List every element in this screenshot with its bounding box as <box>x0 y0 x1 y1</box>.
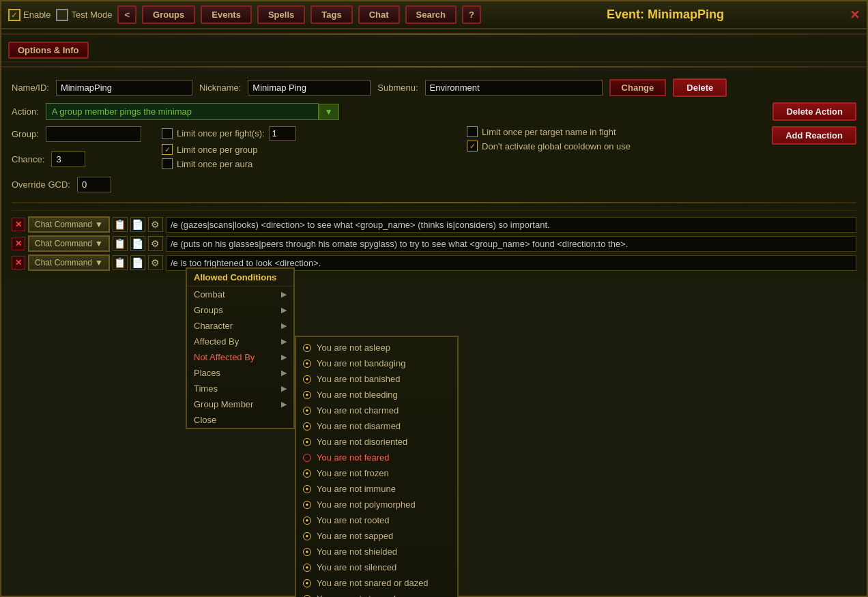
sub-item-not-snared[interactable]: You are not snared or dazed <box>296 575 457 591</box>
remove-command-2-button[interactable]: ✕ <box>12 237 25 250</box>
main-window: ✓ Enable Test Mode < Groups Events Spell… <box>0 0 868 597</box>
testmode-checkbox[interactable] <box>56 9 68 21</box>
context-item-groups[interactable]: Groups ▶ <box>187 302 293 318</box>
sub-item-not-bleeding-radio <box>303 391 311 399</box>
cmd-icon-2a[interactable]: 📋 <box>113 236 128 251</box>
sub-item-not-bandaging[interactable]: You are not bandaging <box>296 355 457 371</box>
groups-button[interactable]: Groups <box>142 5 195 24</box>
context-item-close[interactable]: Close <box>187 412 293 428</box>
cmd-type-1-label: Chat Command <box>35 220 92 229</box>
group-input[interactable] <box>46 126 141 142</box>
context-item-places[interactable]: Places ▶ <box>187 365 293 381</box>
sub-item-not-asleep[interactable]: You are not asleep <box>296 340 457 355</box>
cmd-icon-1c[interactable]: ⚙ <box>148 217 163 232</box>
chance-label: Chance: <box>12 154 44 164</box>
sub-item-not-shielded-label: You are not shielded <box>317 547 397 557</box>
cmd-icon-2b[interactable]: 📄 <box>130 236 145 251</box>
cmd-icon-1b[interactable]: 📄 <box>130 217 145 232</box>
context-item-affected-by-label: Affected By <box>194 336 239 347</box>
top-divider <box>1 33 867 35</box>
sub-item-not-bleeding[interactable]: You are not bleeding <box>296 387 457 403</box>
sub-item-not-charmed[interactable]: You are not charmed <box>296 403 457 418</box>
limit-aura-checkbox[interactable] <box>162 158 173 169</box>
sub-item-not-charmed-label: You are not charmed <box>317 405 399 416</box>
cmd-type-3-button[interactable]: Chat Command ▼ <box>28 254 110 271</box>
remove-command-1-button[interactable]: ✕ <box>12 218 25 231</box>
context-item-group-member[interactable]: Group Member ▶ <box>187 396 293 412</box>
limit-group-check-row: ✓ Limit once per group <box>162 144 453 155</box>
context-item-combat[interactable]: Combat ▶ <box>187 287 293 302</box>
sub-item-not-frozen[interactable]: You are not frozen <box>296 465 457 481</box>
delete-button[interactable]: Delete <box>673 78 727 97</box>
sub-item-not-immune[interactable]: You are not immune <box>296 481 457 497</box>
remove-command-3-button[interactable]: ✕ <box>12 256 25 270</box>
cmd-type-1-button[interactable]: Chat Command ▼ <box>28 216 110 233</box>
sub-item-not-banished[interactable]: You are not banished <box>296 371 457 387</box>
change-button[interactable]: Change <box>609 79 667 96</box>
add-reaction-button[interactable]: Add Reaction <box>772 126 856 145</box>
sub-item-not-sapped[interactable]: You are not sapped <box>296 528 457 544</box>
sub-item-not-stunned[interactable]: You are not stunned <box>296 591 457 597</box>
no-global-cooldown-check-row: ✓ Don't activate global cooldown on use <box>467 141 758 151</box>
action-dropdown[interactable]: A group member pings the minimap <box>46 103 319 120</box>
limit-fight-input[interactable] <box>269 126 296 141</box>
back-button[interactable]: < <box>117 5 136 24</box>
cmd-icon-2c[interactable]: ⚙ <box>148 236 163 251</box>
chat-button[interactable]: Chat <box>358 5 400 24</box>
enable-section: ✓ Enable <box>8 9 50 21</box>
sub-item-not-silenced-radio <box>303 564 311 572</box>
top-bar: ✓ Enable Test Mode < Groups Events Spell… <box>1 1 867 29</box>
submenu-input[interactable] <box>425 80 603 96</box>
sub-item-not-rooted-label: You are not rooted <box>317 515 390 525</box>
context-item-affected-by[interactable]: Affected By ▶ <box>187 334 293 349</box>
sub-item-not-shielded[interactable]: You are not shielded <box>296 544 457 559</box>
limit-group-checkbox[interactable]: ✓ <box>162 144 173 155</box>
cmd-icon-3b[interactable]: 📄 <box>130 255 145 270</box>
no-global-cooldown-checkbox[interactable]: ✓ <box>467 141 478 151</box>
limit-fight-check-row: Limit once per fight(s): <box>162 126 453 141</box>
override-gcd-input[interactable] <box>77 177 111 192</box>
sub-item-not-rooted[interactable]: You are not rooted <box>296 512 457 528</box>
cmd-text-2[interactable] <box>166 236 856 252</box>
sub-item-not-silenced[interactable]: You are not silenced <box>296 559 457 575</box>
options-info-button[interactable]: Options & Info <box>8 42 89 59</box>
testmode-section: Test Mode <box>56 9 112 21</box>
sub-item-not-banished-label: You are not banished <box>317 374 400 384</box>
cmd-icon-1a[interactable]: 📋 <box>113 217 128 232</box>
limit-fight-checkbox[interactable] <box>162 128 173 139</box>
tags-button[interactable]: Tags <box>310 5 352 24</box>
cmd-icon-3a[interactable]: 📋 <box>113 255 128 270</box>
help-button[interactable]: ? <box>462 5 481 24</box>
context-menu-header: Allowed Conditions <box>187 269 293 287</box>
chance-input[interactable] <box>51 151 85 167</box>
action-dropdown-arrow[interactable]: ▼ <box>319 104 339 120</box>
delete-action-button[interactable]: Delete Action <box>772 102 856 121</box>
enable-checkbox[interactable]: ✓ <box>8 9 20 21</box>
window-title: Event: MinimapPing <box>487 8 844 22</box>
close-button[interactable]: ✕ <box>850 8 860 23</box>
sub-item-not-feared[interactable]: You are not feared <box>296 450 457 465</box>
context-item-not-affected-by-label: Not Affected By <box>194 352 255 362</box>
context-item-character[interactable]: Character ▶ <box>187 318 293 334</box>
search-button[interactable]: Search <box>405 5 457 24</box>
spells-button[interactable]: Spells <box>257 5 305 24</box>
context-item-places-label: Places <box>194 368 220 378</box>
cmd-type-2-button[interactable]: Chat Command ▼ <box>28 235 110 252</box>
action-row: Action: A group member pings the minimap… <box>12 102 856 121</box>
sub-item-not-stunned-label: You are not stunned <box>317 594 396 597</box>
sub-item-not-polymorphed[interactable]: You are not polymorphed <box>296 497 457 512</box>
context-item-times[interactable]: Times ▶ <box>187 381 293 396</box>
context-item-not-affected-by[interactable]: Not Affected By ▶ <box>187 349 293 365</box>
sub-item-not-asleep-radio <box>303 344 311 352</box>
sub-item-not-bandaging-radio <box>303 360 311 368</box>
events-button[interactable]: Events <box>201 5 252 24</box>
cmd-text-1[interactable] <box>166 217 856 233</box>
cmd-icon-3c[interactable]: ⚙ <box>148 255 163 270</box>
sub-item-not-bleeding-label: You are not bleeding <box>317 390 398 400</box>
sub-item-not-sapped-radio <box>303 532 311 540</box>
sub-item-not-disarmed[interactable]: You are not disarmed <box>296 418 457 434</box>
nickname-input[interactable] <box>248 80 371 96</box>
limit-target-checkbox[interactable] <box>467 126 478 137</box>
sub-item-not-disoriented[interactable]: You are not disoriented <box>296 434 457 450</box>
name-input[interactable] <box>56 80 192 96</box>
